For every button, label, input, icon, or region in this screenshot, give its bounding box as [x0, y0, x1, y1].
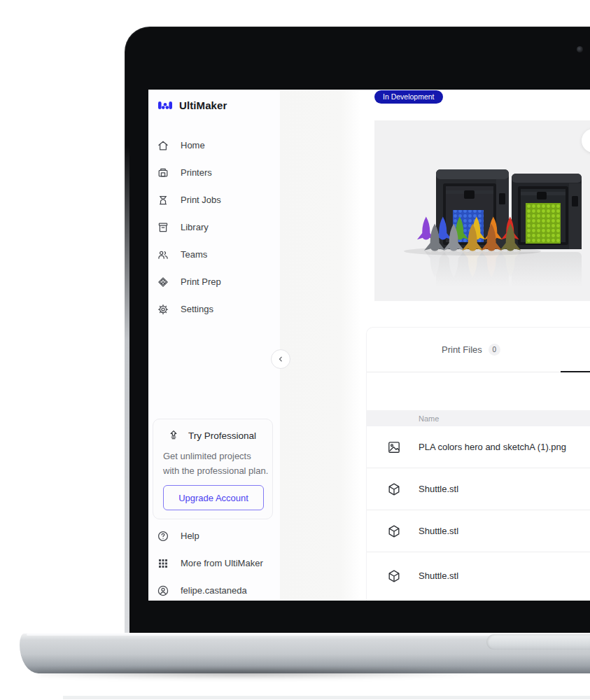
- sidebar-item-help[interactable]: Help: [148, 522, 280, 550]
- try-professional-card: Try Professional Get unlimited projects …: [153, 419, 273, 519]
- laptop-base: [20, 634, 590, 673]
- tab-print-files[interactable]: Print Files 0: [442, 328, 500, 372]
- upgrade-icon: [167, 429, 180, 442]
- teams-icon: [157, 248, 169, 261]
- table-row[interactable]: Shuttle.stl: [367, 552, 590, 601]
- cube-icon: [387, 569, 401, 583]
- print-jobs-icon: [157, 194, 169, 206]
- gear-icon: [157, 303, 169, 316]
- help-icon: [157, 530, 169, 542]
- sidebar-item-print-prep[interactable]: Print Prep: [148, 268, 280, 295]
- promo-description: Get unlimited projects with the professi…: [163, 449, 268, 478]
- table-header: Name: [367, 410, 590, 426]
- active-tab-indicator: [561, 371, 590, 372]
- sidebar-shadow: [280, 90, 361, 601]
- brand-name: UltiMaker: [179, 99, 227, 111]
- page: UltiMaker Home Printers: [0, 0, 590, 700]
- sidebar-item-label: Help: [181, 531, 199, 541]
- sidebar-item-label: More from UltiMaker: [181, 558, 263, 568]
- status-badge: In Development: [374, 90, 443, 104]
- sidebar-item-print-jobs[interactable]: Print Jobs: [148, 186, 280, 214]
- sidebar-item-label: Print Prep: [181, 276, 221, 287]
- table-row[interactable]: PLA colors hero and sketchA (1).png: [367, 426, 590, 468]
- file-name: Shuttle.stl: [419, 526, 458, 536]
- upgrade-account-button[interactable]: Upgrade Account: [163, 485, 264, 510]
- sidebar-collapse-button[interactable]: [271, 349, 290, 369]
- print-prep-icon: [157, 276, 169, 288]
- grid-icon: [157, 557, 169, 570]
- library-icon: [157, 221, 169, 234]
- sidebar-item-label: Teams: [181, 249, 207, 260]
- sidebar-nav: Home Printers Print Jobs: [148, 132, 280, 323]
- hero-image: [374, 120, 590, 301]
- tab-label: Print Files: [442, 344, 482, 355]
- image-file-icon: [387, 440, 401, 454]
- files-card: Print Files 0 Name PLA colors hero and s…: [366, 327, 590, 601]
- file-name: Shuttle.stl: [419, 569, 458, 583]
- webcam-icon: [577, 46, 583, 52]
- sidebar: UltiMaker Home Printers: [148, 90, 280, 601]
- file-name: Shuttle.stl: [419, 484, 458, 494]
- promo-title: Try Professional: [188, 430, 256, 441]
- laptop-lid-edge: [125, 146, 129, 633]
- app-window: UltiMaker Home Printers: [148, 90, 590, 601]
- file-name: PLA colors hero and sketchA (1).png: [419, 442, 566, 452]
- sidebar-footer: Help More from UltiMaker: [148, 522, 280, 601]
- table-row[interactable]: Shuttle.stl: [367, 510, 590, 552]
- sidebar-item-printers[interactable]: Printers: [148, 159, 280, 186]
- printer-icon: [157, 167, 169, 179]
- column-header-name: Name: [419, 414, 439, 423]
- username-label: felipe.castaneda: [181, 585, 247, 596]
- floor-line: [63, 696, 590, 699]
- chevron-left-icon: [274, 353, 287, 365]
- sidebar-item-more-from-ultimaker[interactable]: More from UltiMaker: [148, 550, 280, 577]
- user-avatar-icon: [157, 584, 169, 597]
- cube-icon: [387, 524, 401, 538]
- cube-icon: [387, 482, 401, 496]
- sidebar-item-label: Settings: [181, 304, 213, 314]
- sidebar-item-label: Print Jobs: [181, 195, 221, 205]
- home-icon: [157, 139, 169, 152]
- sidebar-item-label: Printers: [181, 167, 212, 178]
- laptop-thumb-notch: [486, 634, 590, 650]
- brand-logo[interactable]: UltiMaker: [157, 97, 227, 113]
- ultimaker-logo-icon: [157, 99, 174, 111]
- table-row[interactable]: Shuttle.stl: [367, 468, 590, 510]
- tab-count-badge: 0: [489, 344, 500, 356]
- tab-bar: Print Files 0: [367, 328, 590, 372]
- sidebar-item-settings[interactable]: Settings: [148, 295, 280, 323]
- laptop-shadow: [38, 669, 486, 679]
- sidebar-item-home[interactable]: Home: [148, 132, 280, 159]
- sidebar-item-teams[interactable]: Teams: [148, 241, 280, 268]
- sidebar-item-account[interactable]: felipe.castaneda: [148, 577, 280, 601]
- sidebar-item-label: Home: [181, 140, 205, 150]
- sidebar-item-label: Library: [181, 222, 209, 232]
- file-list: PLA colors hero and sketchA (1).png Shut…: [367, 426, 590, 601]
- sidebar-item-library[interactable]: Library: [148, 214, 280, 241]
